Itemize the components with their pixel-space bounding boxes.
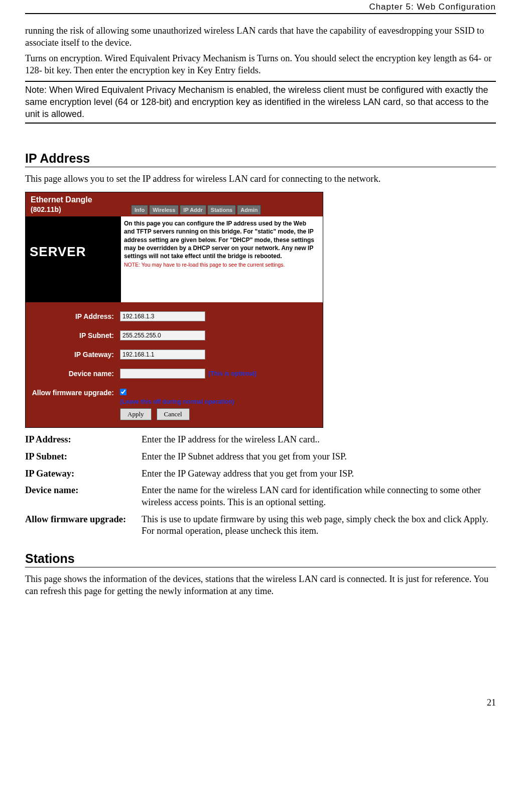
label-device-name: Device name: — [31, 369, 120, 378]
config-note: NOTE: You may have to re-load this page … — [124, 261, 318, 268]
ip-section-desc: This page allows you to set the IP addre… — [25, 173, 496, 185]
def-desc: Enter the IP Subnet address that you get… — [142, 451, 496, 463]
intro-p2: Turns on encryption. Wired Equivalent Pr… — [25, 53, 496, 76]
def-desc: Enter the name for the wireless LAN card… — [142, 485, 496, 508]
def-desc: This is use to update firmware by using … — [142, 514, 496, 537]
config-screenshot: Ethernet Dangle (802.11b) Info Wireless … — [25, 192, 323, 428]
def-term: Device name: — [25, 485, 142, 508]
def-desc: Enter the IP Gateway address that you ge… — [142, 468, 496, 480]
apply-button[interactable]: Apply — [120, 408, 152, 420]
intro-p1: running the risk of allowing some unauth… — [25, 25, 496, 49]
device-brand-title: Ethernet Dangle — [31, 195, 126, 204]
chapter-header: Chapter 5: Web Configuration — [25, 0, 496, 14]
device-brand-sub: (802.11b) — [31, 205, 126, 213]
tab-ipaddr[interactable]: IP Addr — [180, 205, 206, 214]
hint-allow-firmware: (Leave this off during normal operation) — [120, 398, 234, 405]
page-number: 21 — [25, 698, 496, 708]
input-ip-subnet[interactable] — [120, 330, 205, 340]
section-title-stations: Stations — [25, 551, 496, 567]
note-box: Note: When Wired Equivalent Privacy Mech… — [25, 81, 496, 124]
intro-text: running the risk of allowing some unauth… — [25, 25, 496, 77]
config-description: On this page you can configure the IP ad… — [124, 219, 318, 260]
checkbox-allow-firmware[interactable] — [120, 389, 126, 395]
def-desc: Enter the IP address for the wireless LA… — [142, 434, 496, 446]
tab-wireless[interactable]: Wireless — [149, 205, 179, 214]
cancel-button[interactable]: Cancel — [157, 408, 190, 420]
label-allow-firmware: Allow firmware upgrade: — [31, 388, 120, 398]
tab-admin[interactable]: Admin — [237, 205, 261, 214]
definitions: IP Address:Enter the IP address for the … — [25, 434, 496, 537]
label-ip-gateway: IP Gateway: — [31, 350, 120, 359]
def-term: IP Subnet: — [25, 451, 142, 463]
input-device-name[interactable] — [120, 369, 205, 379]
tab-info[interactable]: Info — [131, 205, 148, 214]
def-term: IP Gateway: — [25, 468, 142, 480]
sidebar-label: SERVER — [26, 216, 121, 302]
tab-stations[interactable]: Stations — [207, 205, 236, 214]
section-title-ip: IP Address — [25, 151, 496, 167]
input-ip-gateway[interactable] — [120, 350, 205, 360]
hint-device-name: (This is optional) — [208, 370, 256, 377]
def-term: Allow firmware upgrade: — [25, 514, 142, 537]
input-ip-address[interactable] — [120, 311, 205, 321]
stations-section-desc: This page shows the information of the d… — [25, 573, 496, 597]
def-term: IP Address: — [25, 434, 142, 446]
label-ip-subnet: IP Subnet: — [31, 330, 120, 339]
label-ip-address: IP Address: — [31, 311, 120, 320]
